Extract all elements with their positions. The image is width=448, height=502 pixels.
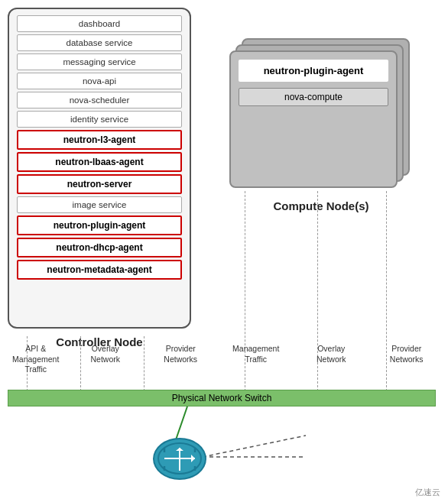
service-database: database service <box>17 34 182 51</box>
router-svg <box>157 442 203 476</box>
service-neutron-dhcp: neutron-dhcp-agent <box>17 238 182 257</box>
label-overlay-comp: OverlayNetwork <box>300 344 362 375</box>
compute-node: neutron-plugin-agent nova-compute Comput… <box>229 38 413 191</box>
compute-label: Compute Node(s) <box>229 199 413 212</box>
compute-neutron-plugin: neutron-plugin-agent <box>239 60 388 82</box>
service-image: image service <box>17 196 182 213</box>
label-overlay-ctrl: OverlayNetwork <box>75 344 136 375</box>
service-nova-scheduler: nova-scheduler <box>17 92 182 108</box>
label-provider-comp: ProviderNetworks <box>376 344 437 375</box>
service-nova-api: nova-api <box>17 73 182 89</box>
service-messaging: messaging service <box>17 53 182 70</box>
service-neutron-l3-agent: neutron-l3-agent <box>17 130 182 150</box>
compute-stack-front: neutron-plugin-agent nova-compute <box>229 50 398 188</box>
service-neutron-server: neutron-server <box>17 174 182 194</box>
service-neutron-lbaas-agent: neutron-lbaas-agent <box>17 152 182 172</box>
label-api-mgmt: API &ManagementTraffic <box>11 344 60 375</box>
router-area <box>138 428 222 489</box>
service-neutron-metadata: neutron-metadata-agent <box>17 260 182 280</box>
label-provider-ctrl: ProviderNetworks <box>150 344 211 375</box>
router-icon <box>153 438 206 480</box>
service-neutron-plugin-ctrl: neutron-plugin-agent <box>17 215 182 235</box>
switch-label: Physical Network Switch <box>172 393 272 403</box>
compute-nova-compute: nova-compute <box>239 88 388 106</box>
watermark: 亿速云 <box>415 487 440 498</box>
service-dashboard: dashboard <box>17 15 182 32</box>
service-identity: identity service <box>17 111 182 128</box>
main-container: dashboard database service messaging ser… <box>0 0 448 502</box>
controller-node: dashboard database service messaging ser… <box>8 8 191 329</box>
network-labels-row: API &ManagementTraffic OverlayNetwork Pr… <box>4 344 444 375</box>
switch-bar: Physical Network Switch <box>8 390 436 406</box>
label-mgmt-comp: ManagementTraffic <box>226 344 287 375</box>
